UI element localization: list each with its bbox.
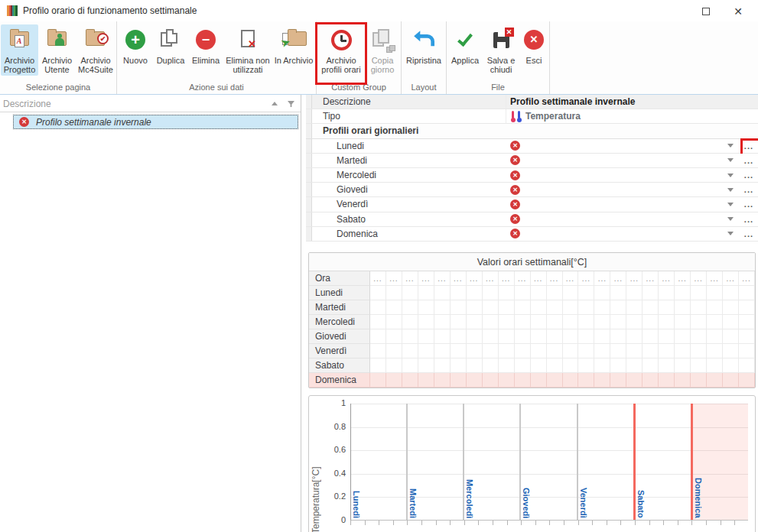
hour-value-cell[interactable] (386, 358, 402, 373)
hour-value-cell[interactable] (578, 315, 594, 329)
hour-value-cell[interactable] (451, 286, 467, 300)
hour-value-cell[interactable] (499, 315, 515, 329)
hour-value-cell[interactable] (707, 315, 723, 329)
hour-value-cell[interactable] (467, 358, 483, 373)
hour-column-header[interactable]: ... (515, 271, 531, 286)
hour-column-header[interactable]: ... (659, 271, 675, 286)
hour-value-cell[interactable] (610, 315, 626, 329)
hour-value-cell[interactable] (626, 373, 643, 388)
hour-value-cell[interactable] (659, 344, 675, 358)
hour-value-cell[interactable] (578, 373, 594, 388)
hour-value-cell[interactable] (626, 329, 643, 344)
applica-button[interactable]: Applica (447, 24, 483, 66)
hour-column-header[interactable]: ... (739, 271, 755, 286)
hour-value-cell[interactable] (515, 373, 531, 388)
ellipsis-button[interactable]: ... (744, 172, 753, 178)
hour-value-cell[interactable] (675, 373, 691, 388)
hour-value-cell[interactable] (370, 358, 386, 373)
dropdown-arrow-icon[interactable] (727, 217, 734, 221)
ellipsis-button[interactable]: ... (744, 187, 753, 193)
profile-day-value[interactable]: ✕... (506, 183, 758, 196)
hour-value-cell[interactable] (563, 329, 579, 344)
hour-value-cell[interactable] (723, 315, 739, 329)
hour-column-header[interactable]: ... (723, 271, 739, 286)
hour-column-header[interactable]: ... (675, 271, 691, 286)
hour-value-cell[interactable] (723, 300, 739, 315)
hour-value-cell[interactable] (483, 286, 499, 300)
hour-column-header[interactable]: ... (707, 271, 723, 286)
hour-value-cell[interactable] (643, 373, 659, 388)
copia-giorno-button[interactable]: Copia giorno (365, 24, 400, 76)
hour-value-cell[interactable] (675, 315, 691, 329)
hour-value-cell[interactable] (483, 358, 499, 373)
hour-value-cell[interactable] (386, 373, 402, 388)
hour-value-cell[interactable] (434, 300, 451, 315)
hour-value-cell[interactable] (483, 373, 499, 388)
hour-value-cell[interactable] (515, 329, 531, 344)
profile-day-value[interactable]: ✕... (506, 139, 758, 153)
hour-value-cell[interactable] (563, 315, 579, 329)
hour-value-cell[interactable] (434, 373, 451, 388)
hour-value-cell[interactable] (499, 300, 515, 315)
hour-value-cell[interactable] (707, 329, 723, 344)
hour-value-cell[interactable] (483, 329, 499, 344)
hour-value-cell[interactable] (691, 300, 707, 315)
hour-value-cell[interactable] (483, 315, 499, 329)
hour-value-cell[interactable] (386, 329, 402, 344)
hour-value-cell[interactable] (610, 300, 626, 315)
hour-value-cell[interactable] (643, 344, 659, 358)
hour-value-cell[interactable] (434, 344, 451, 358)
hour-value-cell[interactable] (563, 286, 579, 300)
ellipsis-button[interactable]: ... (744, 231, 753, 237)
dropdown-arrow-icon[interactable] (727, 203, 734, 206)
hour-value-cell[interactable] (563, 358, 579, 373)
hour-value-cell[interactable] (418, 315, 434, 329)
hour-value-cell[interactable] (418, 373, 434, 388)
hour-value-cell[interactable] (691, 344, 707, 358)
hour-value-cell[interactable] (643, 286, 659, 300)
hour-value-cell[interactable] (691, 358, 707, 373)
hour-value-cell[interactable] (594, 373, 610, 388)
hour-value-cell[interactable] (594, 358, 610, 373)
hour-value-cell[interactable] (499, 373, 515, 388)
hour-value-cell[interactable] (675, 300, 691, 315)
profile-day-value[interactable]: ✕... (506, 212, 758, 226)
hour-value-cell[interactable] (659, 358, 675, 373)
hour-value-cell[interactable] (451, 373, 467, 388)
hour-value-cell[interactable] (739, 300, 755, 315)
hour-value-cell[interactable] (402, 373, 418, 388)
hour-value-cell[interactable] (578, 358, 594, 373)
hour-value-cell[interactable] (547, 373, 563, 388)
hour-value-cell[interactable] (531, 358, 547, 373)
archivio-progetto-button[interactable]: A Archivio Progetto (1, 24, 38, 76)
hour-value-cell[interactable] (547, 286, 563, 300)
hour-value-cell[interactable] (418, 329, 434, 344)
ripristina-button[interactable]: Ripristina (402, 24, 445, 66)
maximize-button[interactable] (694, 3, 718, 20)
hour-value-cell[interactable] (594, 300, 610, 315)
archivio-utente-button[interactable]: Archivio Utente (38, 24, 76, 76)
hour-column-header[interactable]: ... (563, 271, 579, 286)
hour-value-cell[interactable] (691, 373, 707, 388)
hour-value-cell[interactable] (659, 286, 675, 300)
hour-value-cell[interactable] (723, 329, 739, 344)
hour-value-cell[interactable] (594, 329, 610, 344)
hour-value-cell[interactable] (723, 344, 739, 358)
hour-value-cell[interactable] (467, 344, 483, 358)
hour-value-cell[interactable] (547, 315, 563, 329)
hour-value-cell[interactable] (723, 373, 739, 388)
hour-value-cell[interactable] (451, 300, 467, 315)
hour-value-cell[interactable] (531, 286, 547, 300)
hour-value-cell[interactable] (723, 358, 739, 373)
hour-value-cell[interactable] (451, 315, 467, 329)
hour-value-cell[interactable] (451, 358, 467, 373)
elimina-button[interactable]: − Elimina (188, 24, 223, 66)
hour-value-cell[interactable] (370, 315, 386, 329)
hour-value-cell[interactable] (594, 286, 610, 300)
dropdown-arrow-icon[interactable] (727, 188, 734, 192)
hour-value-cell[interactable] (610, 344, 626, 358)
hour-value-cell[interactable] (594, 315, 610, 329)
hour-column-header[interactable]: ... (483, 271, 499, 286)
hour-column-header[interactable]: ... (594, 271, 610, 286)
hour-value-cell[interactable] (386, 315, 402, 329)
